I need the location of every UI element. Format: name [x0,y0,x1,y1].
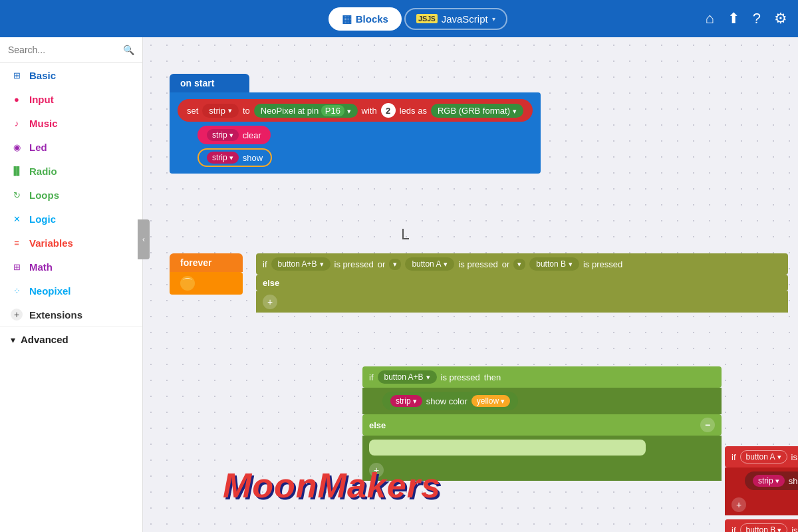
forever-block[interactable]: forever ⌒ [170,253,243,295]
right-if-b-label: if [732,525,736,533]
pin-label: P16 [321,105,344,116]
topbar-icons: ⌂ ⬆ ? ⚙ [705,10,787,27]
strip-clear-dropdown: ▾ [229,131,233,140]
basic-icon: ⊞ [11,69,23,81]
to-label: to [243,106,250,116]
inner-button-ab[interactable]: button A+B ▾ [378,370,437,384]
inner-if-block[interactable]: if button A+B ▾ is pressed then strip ▾ … [362,366,722,481]
sidebar-item-math[interactable]: ⊞ Math [0,255,142,279]
set-label: set [187,106,198,116]
inner-strip-btn[interactable]: strip ▾ [390,395,422,407]
right-button-a[interactable]: button A ▾ [740,450,787,464]
moonmakers-text: MoonMakers [223,466,441,505]
plus-button[interactable]: + [263,295,277,309]
button-ab-block[interactable]: button A+B ▾ [271,257,331,271]
strip-clear-btn[interactable]: strip ▾ [207,129,239,141]
strip-pill[interactable]: strip ▾ [202,104,239,118]
collapse-icon: ▾ [11,334,15,345]
button-b-block[interactable]: button B ▾ [529,257,579,271]
right-button-b-label: button B [746,525,776,532]
or-1: or [378,259,386,269]
strip-dropdown: ▾ [228,106,232,115]
plus-row: + [256,291,788,313]
neopixel-icon: ⁘ [11,285,23,297]
is-pressed-2: is pressed [458,259,497,269]
radio-icon: ▐▌ [11,165,23,177]
search-icon [123,44,134,56]
sidebar-item-variables[interactable]: ≡ Variables [0,231,142,255]
topbar-center: Blocks JS JavaScript ▾ [329,7,507,31]
right-strip-label: strip [758,476,773,485]
javascript-button[interactable]: JS JavaScript ▾ [404,8,507,30]
strip-show-btn[interactable]: strip ▾ [207,152,239,164]
sidebar-item-radio[interactable]: ▐▌ Radio [0,159,142,183]
clear-label: clear [243,130,261,140]
show-label: show [243,153,263,163]
settings-icon[interactable]: ⚙ [774,10,787,27]
button-b-label: button B [536,259,566,269]
right-if-label: if [732,452,736,462]
inner-is-pressed: is pressed [441,372,480,382]
inner-button-ab-label: button A+B [384,372,424,382]
canvas: on start set strip ▾ to NeoPixel at pin … [143,37,798,532]
neopixel-pill[interactable]: NeoPixel at pin P16 ▾ [254,104,358,118]
on-start-block[interactable]: on start set strip ▾ to NeoPixel at pin … [170,74,541,174]
button-a-label: button A [412,259,441,269]
inner-then: then [484,372,501,382]
blocks-icon [342,13,352,25]
right-if-body: strip ▾ show color red ▾ [725,467,798,494]
button-a-block[interactable]: button A ▾ [405,257,454,271]
sidebar-item-extensions[interactable]: + Extensions [0,303,142,327]
share-icon[interactable]: ⬆ [728,10,739,27]
strip-show-color-block[interactable]: strip ▾ show color yellow ▾ [382,392,518,410]
right-strip-color-block[interactable]: strip ▾ show color red ▾ [745,471,798,490]
home-icon[interactable]: ⌂ [705,10,714,27]
sidebar-item-loops[interactable]: ↻ Loops [0,183,142,207]
rgb-pill[interactable]: RGB (GRB format) ▾ [431,104,523,118]
search-input[interactable] [8,45,119,55]
strip-show-dropdown: ▾ [229,154,233,162]
sidebar-item-basic[interactable]: ⊞ Basic [0,63,142,87]
rgb-label: RGB (GRB format) [438,106,510,116]
sidebar-item-label: Variables [29,237,73,249]
sidebar-item-label: Neopixel [29,285,71,297]
on-start-header: on start [170,74,249,92]
strip-show-label: strip [212,153,227,162]
or-dropdown-1[interactable]: ▾ [389,259,401,270]
if-condition-block[interactable]: if button A+B ▾ is pressed or ▾ button A… [256,253,788,313]
strip-show-block[interactable]: strip ▾ show [198,148,272,167]
set-strip-block[interactable]: set strip ▾ to NeoPixel at pin P16 ▾ wit… [178,99,533,122]
right-plus-button[interactable]: + [732,497,746,512]
sidebar-item-logic[interactable]: ✕ Logic [0,207,142,231]
minus-button[interactable]: − [700,418,715,432]
sidebar-item-music[interactable]: ♪ Music [0,111,142,135]
sidebar: ⊞ Basic ● Input ♪ Music ◉ Led ▐▌ Radio ↻… [0,37,143,532]
inner-if-body: strip ▾ show color yellow ▾ [362,388,722,414]
sidebar-item-label: Radio [29,166,57,177]
right-button-b[interactable]: button B ▾ [740,523,788,532]
right-panel-block[interactable]: if button A ▾ is pressed then strip ▾ sh… [725,446,798,532]
right-show-color-label: show color [789,476,798,486]
strip-clear-block[interactable]: strip ▾ clear [198,126,271,144]
forever-label: forever [180,257,211,268]
or-2: or [502,259,510,269]
sidebar-item-input[interactable]: ● Input [0,87,142,111]
inner-ab-dropdown: ▾ [426,373,430,382]
help-icon[interactable]: ? [753,10,761,27]
input-icon: ● [11,93,23,105]
yellow-label: yellow [477,396,499,406]
sidebar-advanced-collapse[interactable]: ▾ Advanced [0,327,142,352]
yellow-pill[interactable]: yellow ▾ [471,395,510,407]
right-b-dropdown: ▾ [777,526,781,533]
or-dropdown-2[interactable]: ▾ [513,259,525,270]
right-strip-btn[interactable]: strip ▾ [753,475,785,487]
sidebar-item-label: Music [29,118,58,129]
variables-icon: ≡ [11,237,23,249]
with-label: with [362,106,377,116]
panel-handle[interactable]: ‹ [138,219,150,259]
leds-num[interactable]: 2 [381,103,396,118]
blocks-button[interactable]: Blocks [329,7,402,31]
sidebar-item-led[interactable]: ◉ Led [0,135,142,159]
inner-else-label: else [369,420,386,430]
sidebar-item-neopixel[interactable]: ⁘ Neopixel [0,279,142,303]
